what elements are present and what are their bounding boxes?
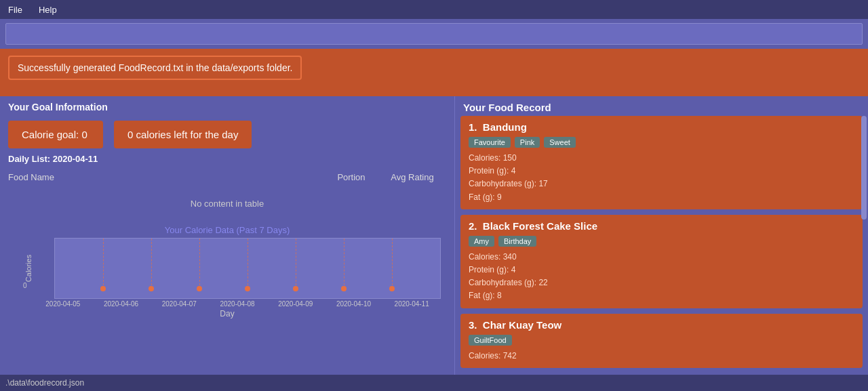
x-label-5: 2020-04-09 [267,300,325,308]
statusbar: .\data\foodrecord.json [0,375,868,391]
chart-title: Your Calorie Data (Past 7 Days) [14,225,441,235]
notification-message: Successfully generated FoodRecord.txt in… [8,56,302,80]
col-food-name: Food Name [8,172,324,182]
search-input[interactable] [5,23,863,45]
food-list[interactable]: 1. Bandung Favourite Pink Sweet Calories… [455,116,868,375]
chart-y-label: Calories [24,255,33,282]
food-item-3-tags: GuiltFood [469,335,854,346]
left-panel: Your Goal Information Calorie goal: 0 0 … [0,96,454,375]
x-label-2: 2020-04-06 [92,300,151,308]
food-item-2: 2. Black Forest Cake Slice Amy Birthday … [460,215,863,308]
x-label-1: 2020-04-05 [34,300,92,308]
food-item-1-fat: Fat (g): 9 [469,191,854,204]
chart-line-6 [344,239,344,289]
notification-banner: Successfully generated FoodRecord.txt in… [0,49,868,96]
food-item-1-tags: Favourite Pink Sweet [469,137,854,148]
menu-help[interactable]: Help [36,3,60,16]
chart-dot-2 [149,286,154,291]
chart-line-2 [151,239,152,289]
x-label-3: 2020-04-07 [150,300,208,308]
chart-line-3 [199,239,200,289]
tag-sweet: Sweet [544,137,576,148]
food-item-2-details: Calories: 340 Protein (g): 4 Carbohydrat… [469,251,854,303]
food-item-3-header: 3. Char Kuay Teow [469,319,854,331]
tag-pink: Pink [515,137,540,148]
food-record-title: Your Food Record [455,96,868,116]
table-header: Food Name Portion Avg Rating [8,169,446,185]
calories-left-box: 0 calories left for the day [114,121,252,148]
menu-file[interactable]: File [5,3,25,16]
food-item-1-calories: Calories: 150 [469,152,854,165]
food-item-2-tags: Amy Birthday [469,236,854,247]
table-empty-message: No content in table [8,190,446,217]
food-item-1-protein: Protein (g): 4 [469,165,854,178]
chart-dot-4 [245,286,250,291]
x-label-7: 2020-04-11 [382,300,441,308]
chart-dot-7 [389,286,395,291]
chart-dot-1 [100,286,106,291]
chart-container [54,238,441,299]
calorie-goal-box: Calorie goal: 0 [8,121,103,148]
daily-list-title: Daily List: 2020-04-11 [8,154,446,164]
food-item-3-calories: Calories: 742 [469,350,854,363]
main-content: Your Goal Information Calorie goal: 0 0 … [0,96,868,375]
chart-x-labels: 2020-04-05 2020-04-06 2020-04-07 2020-04… [34,300,441,308]
food-item-1-carbs: Carbohydrates (g): 17 [469,178,854,190]
food-item-1-details: Calories: 150 Protein (g): 4 Carbohydrat… [469,152,854,204]
chart-line-7 [392,239,393,289]
food-item-2-calories: Calories: 340 [469,251,854,264]
scrollbar-thumb[interactable] [861,116,867,220]
food-item-2-carbs: Carbohydrates (g): 22 [469,276,854,289]
x-label-6: 2020-04-10 [325,300,383,308]
food-item-1-header: 1. Bandung [469,121,854,133]
tag-favourite: Favourite [469,137,511,148]
chart-dot-3 [197,286,202,291]
food-item-2-protein: Protein (g): 4 [469,264,854,276]
tag-birthday: Birthday [498,236,536,247]
food-item-3-details: Calories: 742 [469,350,854,363]
goal-section-title: Your Goal Information [8,102,446,112]
chart-x-title: Day [14,309,441,318]
chart-section: Your Calorie Data (Past 7 Days) Calories… [8,222,446,318]
chart-line-5 [296,239,296,289]
right-panel: Your Food Record 1. Bandung Favourite Pi… [454,96,868,375]
tag-amy: Amy [469,236,494,247]
food-item-2-header: 2. Black Forest Cake Slice [469,220,854,232]
chart-dot-6 [341,286,347,291]
searchbar [0,19,868,49]
menubar: File Help [0,0,868,19]
col-portion: Portion [324,172,378,182]
food-item-2-fat: Fat (g): 8 [469,289,854,302]
goal-boxes: Calorie goal: 0 0 calories left for the … [8,121,446,148]
statusbar-path: .\data\foodrecord.json [5,378,84,388]
food-item-1: 1. Bandung Favourite Pink Sweet Calories… [460,116,863,209]
chart-line-4 [248,239,248,289]
x-label-4: 2020-04-08 [208,300,267,308]
col-avg-rating: Avg Rating [378,172,446,182]
chart-zero-label: 0 [23,282,27,289]
food-item-3: 3. Char Kuay Teow GuiltFood Calories: 74… [460,314,863,368]
chart-line-1 [103,239,104,289]
chart-dot-5 [293,286,298,291]
tag-guiltfood: GuiltFood [469,335,512,346]
